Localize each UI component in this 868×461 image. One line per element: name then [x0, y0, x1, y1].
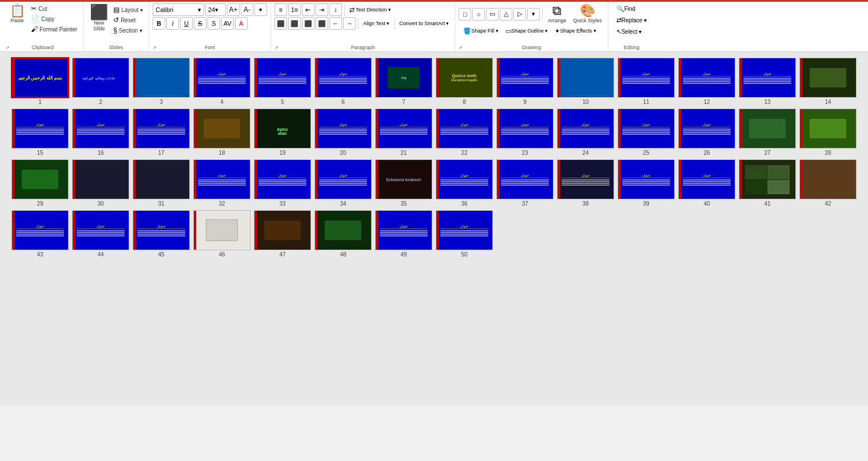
align-text-button[interactable]: Align Text ▾ [361, 18, 392, 29]
triangle-shape[interactable]: △ [500, 8, 512, 21]
slide-item[interactable]: 28 [799, 109, 857, 156]
section-button[interactable]: § Section ▾ [111, 25, 145, 35]
slide-item[interactable]: 10 [557, 58, 614, 105]
slide-item[interactable]: Ectosoma lucianum35 [375, 159, 432, 207]
slide-item[interactable]: عنوان 15 [11, 109, 69, 156]
font-size-box[interactable]: 24 ▾ [205, 3, 226, 16]
slide-item[interactable]: عنوان 34 [314, 159, 372, 207]
slide-item[interactable]: عنوان 37 [496, 159, 554, 207]
more-shapes[interactable]: ▾ [527, 8, 540, 21]
align-right-button[interactable]: ⬛ [302, 17, 314, 30]
convert-smartart-button[interactable]: Convert to SmartArt ▾ [397, 18, 451, 29]
slide-item[interactable]: 48 [314, 210, 372, 258]
slide-item[interactable]: عنوان 16 [72, 109, 129, 156]
shape-outline-button[interactable]: ▭ Shape Outline ▾ [503, 26, 551, 36]
shape-effects-button[interactable]: ✦ Shape Effects ▾ [552, 26, 598, 36]
slide-item[interactable]: Quince mothEucophera fragella8 [436, 58, 493, 105]
slide-item[interactable]: عنوان 5 [254, 58, 311, 105]
slide-item[interactable]: عنوان 36 [436, 159, 493, 207]
increase-indent-button[interactable]: ⇥ [316, 3, 328, 16]
slide-item[interactable]: عنوان 45 [133, 210, 190, 258]
slide-item[interactable]: عنوان 4 [193, 58, 250, 105]
text-direction-button[interactable]: ⇄ Text Direction ▾ [347, 5, 393, 15]
select-button[interactable]: ↖ Select ▾ [614, 26, 644, 37]
layout-button[interactable]: ▤ Layout ▾ [111, 5, 145, 15]
find-button[interactable]: 🔍 Find [614, 3, 638, 14]
slide-item[interactable]: عنوان 6 [314, 58, 372, 105]
right-arrow-shape[interactable]: ▷ [513, 8, 526, 21]
slide-item[interactable]: عنوان 44 [72, 210, 129, 258]
slide-item[interactable]: 46 [193, 210, 250, 258]
slide-item[interactable]: عنوان 22 [436, 109, 493, 156]
reset-button[interactable]: ↺ Reset [111, 15, 145, 25]
align-center-button[interactable]: ⬛ [288, 17, 301, 30]
italic-button[interactable]: I [166, 17, 179, 30]
slide-item[interactable]: بسم الله الرحمن الرحيم1 [11, 58, 69, 105]
slide-item[interactable]: عنوان 25 [618, 109, 675, 156]
cut-button[interactable]: ✂ Cut [29, 3, 79, 14]
slide-item[interactable]: عنوان 24 [557, 109, 614, 156]
new-slide-button[interactable]: ⬛ NewSlide [87, 3, 111, 33]
slide-item[interactable]: frog7 [375, 58, 432, 105]
increase-font-button[interactable]: A+ [227, 3, 240, 16]
slide-item[interactable]: 27 [739, 109, 796, 156]
decrease-font-button[interactable]: A- [241, 3, 253, 16]
numbering-button[interactable]: 1≡ [288, 3, 301, 16]
ltr-button[interactable]: → [343, 17, 356, 30]
line-spacing-button[interactable]: ↕ [329, 3, 342, 16]
slide-item[interactable]: عنوان 17 [133, 109, 190, 156]
strikethrough-button[interactable]: S [194, 17, 206, 30]
slide-item[interactable]: عنوان 9 [496, 58, 554, 105]
slide-item[interactable]: عنوان 12 [678, 58, 735, 105]
replace-button[interactable]: ⇄ Replace ▾ [614, 15, 649, 25]
slide-item[interactable]: عنوان 33 [254, 159, 311, 207]
rounded-rect-shape[interactable]: ▭ [486, 8, 499, 21]
align-left-button[interactable]: ⬛ [274, 17, 287, 30]
bold-button[interactable]: B [153, 17, 165, 30]
slide-item[interactable]: عنوان 23 [496, 109, 554, 156]
slide-item[interactable]: عنوان 11 [618, 58, 675, 105]
slide-item[interactable]: عنوان 49 [375, 210, 432, 258]
slide-item[interactable]: عنوان 13 [739, 58, 796, 105]
slide-item[interactable]: عنوان 43 [11, 210, 69, 258]
font-name-box[interactable]: Calibri ▾ [153, 3, 204, 16]
slide-item[interactable]: 41 [739, 159, 796, 207]
slide-item[interactable]: 47 [254, 210, 311, 258]
slide-item[interactable]: 3 [133, 58, 190, 105]
shape-fill-button[interactable]: 🪣 Shape Fill ▾ [461, 26, 501, 36]
justify-button[interactable]: ⬛ [316, 17, 328, 30]
slide-item[interactable]: عنوان 32 [193, 159, 250, 207]
slide-item[interactable]: عنوان 21 [375, 109, 432, 156]
slide-item[interactable]: Aphisabac19 [254, 109, 311, 156]
copy-button[interactable]: 📄 Copy [29, 14, 79, 24]
slide-item[interactable]: عنوان 39 [618, 159, 675, 207]
slide-item[interactable]: عنوان 40 [678, 159, 735, 207]
slide-item[interactable]: 14 [799, 58, 857, 105]
slide-item[interactable]: عنوان 38 [557, 159, 614, 207]
shadow-button[interactable]: S [208, 17, 220, 30]
clear-format-button[interactable]: ✦ [254, 3, 267, 16]
underline-button[interactable]: U [180, 17, 193, 30]
font-size-dropdown[interactable]: ▾ [215, 6, 218, 14]
circle-shape[interactable]: ○ [472, 8, 485, 21]
char-spacing-button[interactable]: AV [221, 17, 234, 30]
paste-button[interactable]: 📋 Paste [6, 3, 29, 25]
font-color-button[interactable]: A [235, 17, 248, 30]
format-painter-button[interactable]: 🖌 Format Painter [29, 24, 79, 34]
slide-item[interactable]: 42 [799, 159, 857, 207]
slide-item[interactable]: عنوان 26 [678, 109, 735, 156]
slide-item[interactable]: عنوان 50 [436, 210, 493, 258]
slide-item[interactable]: 29 [11, 159, 69, 207]
decrease-indent-button[interactable]: ⇤ [302, 3, 314, 16]
slide-item[interactable]: عنوان 20 [314, 109, 372, 156]
slide-item[interactable]: 31 [133, 159, 190, 207]
slide-item[interactable]: عادات وتقاليد الفراشة2 [72, 58, 129, 105]
font-name-dropdown[interactable]: ▾ [198, 6, 201, 14]
bullets-button[interactable]: ≡ [274, 3, 287, 16]
slide-item[interactable]: 18 [193, 109, 250, 156]
rect-shape[interactable]: □ [459, 8, 471, 21]
arrange-button[interactable]: ⧉ Arrange [545, 3, 569, 25]
rtl-button[interactable]: ← [329, 17, 342, 30]
quick-styles-button[interactable]: 🎨 Quick Styles [570, 3, 604, 25]
slide-item[interactable]: 30 [72, 159, 129, 207]
